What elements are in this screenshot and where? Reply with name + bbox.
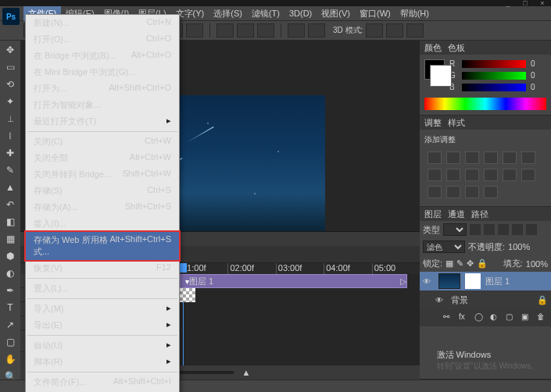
opacity-value[interactable]: 100% — [508, 242, 530, 251]
menu-item[interactable]: 文件简介(F)...Alt+Shift+Ctrl+I — [26, 374, 179, 390]
move-tool-icon[interactable]: ✥ — [2, 42, 19, 58]
marquee-tool-icon[interactable]: ▭ — [2, 59, 19, 75]
eraser-tool-icon[interactable]: ◧ — [2, 214, 19, 230]
opt-btn[interactable] — [257, 23, 274, 37]
healing-tool-icon[interactable]: ✚ — [2, 145, 19, 161]
adjust-icon[interactable] — [484, 186, 498, 198]
opt-btn[interactable] — [216, 23, 234, 37]
adjust-icon[interactable] — [503, 151, 517, 164]
menu-item[interactable]: 在 Bridge 中浏览(B)...Alt+Ctrl+O — [26, 48, 179, 64]
menu-filter[interactable]: 滤镜(T) — [247, 6, 284, 21]
menu-item[interactable]: 打开(O)...Ctrl+O — [26, 31, 179, 48]
history-brush-icon[interactable]: ↶ — [2, 197, 19, 212]
visibility-icon[interactable]: 👁 — [423, 277, 434, 286]
adjust-icon[interactable] — [503, 169, 517, 181]
dodge-tool-icon[interactable]: ◐ — [2, 265, 19, 281]
menu-item[interactable]: 最近打开文件(T) — [26, 113, 179, 130]
filter-icon[interactable] — [512, 224, 523, 235]
minimize-button[interactable]: _ — [503, 0, 513, 6]
lock-icon[interactable]: ▦ — [445, 258, 453, 269]
adjust-icon[interactable] — [484, 169, 498, 181]
menu-item[interactable]: 存储(S)Ctrl+S — [26, 183, 179, 199]
adjust-icon[interactable] — [428, 169, 442, 181]
blur-tool-icon[interactable]: ⬢ — [2, 248, 19, 264]
adjust-icon[interactable] — [465, 169, 479, 181]
adjust-icon[interactable] — [428, 186, 442, 198]
path-tool-icon[interactable]: ↗ — [2, 317, 19, 333]
menu-item[interactable]: 关闭全部Alt+Ctrl+W — [26, 150, 179, 166]
menu-item[interactable]: 打开为...Alt+Shift+Ctrl+O — [26, 80, 179, 97]
adjust-icon[interactable] — [465, 186, 479, 198]
tab-paths[interactable]: 路径 — [471, 208, 488, 220]
opt-btn[interactable] — [237, 23, 254, 37]
filter-icon[interactable] — [484, 224, 495, 235]
layer-row[interactable]: 👁 图层 1 — [420, 272, 551, 290]
layer-thumbnail[interactable] — [438, 273, 460, 289]
zoom-slider[interactable] — [171, 371, 234, 374]
adjust-icon[interactable] — [465, 151, 479, 164]
adjust-icon[interactable] — [484, 151, 498, 164]
lock-icon[interactable]: 🔒 — [477, 258, 488, 269]
fill-value[interactable]: 100% — [526, 259, 548, 269]
link-icon[interactable]: ⚯ — [443, 312, 454, 323]
trash-icon[interactable]: 🗑 — [537, 312, 548, 323]
lock-icon[interactable]: ✎ — [456, 258, 463, 269]
pen-tool-icon[interactable]: ✒ — [2, 283, 19, 298]
foreground-swatch[interactable] — [424, 59, 445, 80]
menu-window[interactable]: 窗口(W) — [355, 6, 395, 21]
tab-color[interactable]: 颜色 — [424, 42, 442, 54]
new-layer-icon[interactable]: ▣ — [521, 312, 532, 323]
layer-name[interactable]: 图层 1 — [485, 276, 510, 287]
mask-icon[interactable]: ◯ — [474, 312, 485, 323]
menu-item[interactable]: 签入(I)... — [26, 216, 179, 232]
timeline-clip[interactable]: ▾ 图层 1▷ — [180, 274, 407, 288]
tab-styles[interactable]: 样式 — [448, 117, 465, 129]
menu-3d[interactable]: 3D(D) — [284, 7, 317, 20]
menu-item[interactable]: 存储为 Web 所用格式...Alt+Shift+Ctrl+S — [26, 232, 179, 260]
menu-item[interactable]: 导出(E) — [26, 317, 179, 333]
tab-swatches[interactable]: 色板 — [448, 42, 465, 54]
adjust-icon[interactable] — [446, 186, 460, 198]
layer-row[interactable]: 👁 背景 🔒 — [420, 290, 551, 309]
menu-item[interactable]: 关闭并转到 Bridge...Shift+Ctrl+W — [26, 166, 179, 183]
opt-btn[interactable] — [288, 23, 305, 37]
menu-view[interactable]: 视图(V) — [317, 6, 355, 21]
blend-mode-select[interactable]: 滤色 — [423, 241, 465, 253]
kind-select[interactable] — [443, 223, 467, 236]
menu-item[interactable]: 自动(U) — [26, 337, 179, 354]
menu-item[interactable]: 新建(N)...Ctrl+N — [26, 15, 179, 31]
menu-item[interactable]: 恢复(V)F12 — [26, 260, 179, 276]
r-slider[interactable] — [462, 60, 526, 68]
adjust-icon[interactable] — [521, 169, 535, 181]
eyedropper-tool-icon[interactable]: ⁞ — [2, 128, 19, 144]
menu-item[interactable]: 导入(M) — [26, 301, 179, 317]
hand-tool-icon[interactable]: ✋ — [2, 351, 19, 367]
group-icon[interactable]: ▢ — [506, 312, 517, 323]
menu-help[interactable]: 帮助(H) — [395, 6, 434, 21]
tab-channels[interactable]: 通道 — [448, 208, 465, 220]
g-slider[interactable] — [462, 72, 526, 80]
lock-icon[interactable]: ✥ — [467, 258, 474, 269]
opt-btn[interactable] — [406, 23, 424, 37]
menu-item[interactable]: 存储为(A)...Shift+Ctrl+S — [26, 199, 179, 216]
type-tool-icon[interactable]: T — [2, 300, 19, 315]
adjustment-icon[interactable]: ◐ — [490, 312, 501, 323]
visibility-icon[interactable]: 👁 — [435, 296, 446, 305]
filter-icon[interactable] — [470, 224, 481, 235]
opt-btn[interactable] — [308, 23, 325, 37]
spectrum-picker[interactable] — [424, 98, 546, 110]
adjust-icon[interactable] — [446, 151, 460, 164]
b-slider[interactable] — [462, 84, 526, 91]
opt-btn[interactable] — [366, 23, 383, 37]
adjust-icon[interactable] — [428, 151, 442, 164]
stamp-tool-icon[interactable]: ▲ — [2, 180, 19, 195]
zoom-in-icon[interactable]: ▲ — [242, 368, 250, 377]
menu-select[interactable]: 选择(S) — [209, 6, 247, 21]
brush-tool-icon[interactable]: ✎ — [2, 162, 19, 178]
adjust-icon[interactable] — [521, 151, 535, 164]
opt-btn[interactable] — [386, 23, 403, 37]
menu-item[interactable]: 脚本(R) — [26, 354, 179, 370]
mask-thumbnail[interactable] — [465, 273, 481, 289]
maximize-button[interactable]: □ — [520, 0, 531, 6]
menu-item[interactable]: 在 Mini Bridge 中浏览(G)... — [26, 64, 179, 80]
